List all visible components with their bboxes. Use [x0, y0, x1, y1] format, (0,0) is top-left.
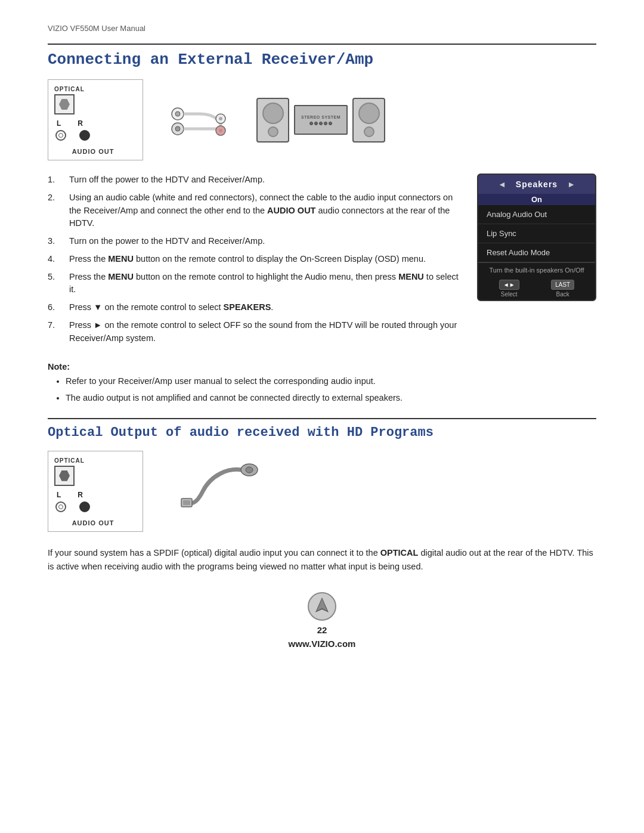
optical-label: OPTICAL [54, 86, 85, 92]
step-text-3: Turn on the power to the HDTV and Receiv… [69, 235, 265, 248]
osd-item-lipsync: Lip Sync [478, 224, 595, 243]
osd-select-label: Select [501, 291, 518, 298]
osd-select-btn[interactable]: ◄► [499, 280, 519, 290]
osd-buttons-row: ◄► Select LAST Back [478, 277, 595, 300]
section2-diagrams: OPTICAL L R AUDIO OUT [48, 451, 596, 532]
osd-value-row: On [478, 194, 595, 205]
manual-header: VIZIO VF550M User Manual [48, 24, 596, 33]
instructions-list: 1. Turn off the power to the HDTV and Re… [48, 174, 465, 349]
osd-item-analog: Analog Audio Out [478, 205, 595, 224]
connector-white [55, 130, 66, 141]
step-num-1: 1. [48, 174, 62, 187]
connector-white-2 [55, 501, 66, 512]
right-speaker [352, 98, 385, 143]
step-num-5: 5. [48, 271, 62, 297]
audio-out-label: AUDIO OUT [54, 148, 132, 155]
step-text-1: Turn off the power to the HDTV and Recei… [69, 174, 265, 187]
step-text-4: Press the MENU button on the remote cont… [69, 253, 426, 266]
osd-header-row: ◄ Speakers ► [478, 175, 595, 194]
instruction-5: 5. Press the MENU button on the remote c… [48, 271, 465, 297]
cable-svg [167, 96, 233, 144]
instruction-6: 6. Press ▼ on the remote control to sele… [48, 301, 465, 314]
step-num-2: 2. [48, 191, 62, 230]
step-num-6: 6. [48, 301, 62, 314]
section2-paragraph: If your sound system has a SPDIF (optica… [48, 546, 596, 574]
svg-point-7 [219, 117, 222, 120]
footer: 22 www.VIZIO.com [48, 592, 596, 649]
svg-point-11 [246, 467, 253, 473]
svg-point-4 [175, 126, 180, 131]
step-text-5: Press the MENU button on the remote cont… [69, 271, 465, 297]
connector-row-2 [55, 501, 90, 512]
vizio-logo [307, 592, 337, 621]
instruction-1: 1. Turn off the power to the HDTV and Re… [48, 174, 465, 187]
lr-labels: L R [57, 119, 83, 128]
audio-out-diagram-2: OPTICAL L R AUDIO OUT [48, 451, 143, 532]
svg-point-9 [219, 129, 222, 132]
note-label: Note: [48, 362, 70, 371]
audio-out-label-2: AUDIO OUT [54, 519, 132, 527]
page-number: 22 [317, 625, 327, 635]
l-label: L [57, 119, 61, 128]
note-1: Refer to your Receiver/Amp user manual t… [66, 375, 596, 388]
note-2: The audio output is not amplified and ca… [66, 392, 596, 405]
step-num-7: 7. [48, 319, 62, 345]
instruction-2: 2. Using an audio cable (white and red c… [48, 191, 465, 230]
section1-title: Connecting an External Receiver/Amp [48, 44, 596, 69]
receiver-unit: STEREO SYSTEM [294, 105, 348, 135]
optical-cable-illustration [167, 451, 274, 532]
notes-list: Refer to your Receiver/Amp user manual t… [48, 375, 596, 405]
step-num-4: 4. [48, 253, 62, 266]
footer-url: www.VIZIO.com [289, 639, 356, 649]
osd-left-arrow: ◄ [498, 179, 506, 189]
step-num-3: 3. [48, 235, 62, 248]
instructions-area: 1. Turn off the power to the HDTV and Re… [48, 174, 596, 349]
osd-footer-text: Turn the built-in speakers On/Off [478, 262, 595, 277]
osd-back-btn[interactable]: LAST [551, 280, 574, 290]
r-label: R [78, 119, 83, 128]
cable-illustration [161, 79, 239, 160]
step-text-6: Press ▼ on the remote control to select … [69, 301, 273, 314]
osd-title: Speakers [511, 177, 562, 191]
audio-out-diagram: OPTICAL L R AUDIO OUT [48, 79, 143, 160]
optical-label-2: OPTICAL [54, 457, 85, 464]
left-speaker [256, 98, 289, 143]
note-section: Note: Refer to your Receiver/Amp user ma… [48, 361, 596, 405]
osd-right-arrow: ► [567, 179, 575, 189]
step-text-7: Press ► on the remote control to select … [69, 319, 465, 345]
r-label-2: R [78, 491, 83, 499]
osd-value: On [531, 195, 542, 204]
connector-black [79, 130, 90, 141]
instruction-3: 3. Turn on the power to the HDTV and Rec… [48, 235, 465, 248]
l-label-2: L [57, 491, 61, 499]
step-text-2: Using an audio cable (white and red conn… [69, 191, 465, 230]
osd-box: ◄ Speakers ► On Analog Audio Out Lip Syn… [477, 174, 596, 301]
connector-black-2 [79, 501, 90, 512]
optical-port-2 [54, 466, 75, 486]
osd-item-reset: Reset Audio Mode [478, 243, 595, 262]
svg-point-1 [175, 112, 180, 116]
stereo-system-illustration: STEREO SYSTEM [256, 79, 596, 160]
optical-port [54, 94, 75, 114]
instruction-4: 4. Press the MENU button on the remote c… [48, 253, 465, 266]
section2-title: Optical Output of audio received with HD… [48, 418, 596, 440]
lr-labels-2: L R [57, 491, 83, 499]
osd-back-label: Back [556, 291, 569, 298]
connector-row [55, 130, 90, 141]
instruction-7: 7. Press ► on the remote control to sele… [48, 319, 465, 345]
svg-rect-13 [183, 500, 190, 505]
osd-panel: ◄ Speakers ► On Analog Audio Out Lip Syn… [477, 174, 596, 349]
optical-cable-svg [173, 456, 268, 527]
